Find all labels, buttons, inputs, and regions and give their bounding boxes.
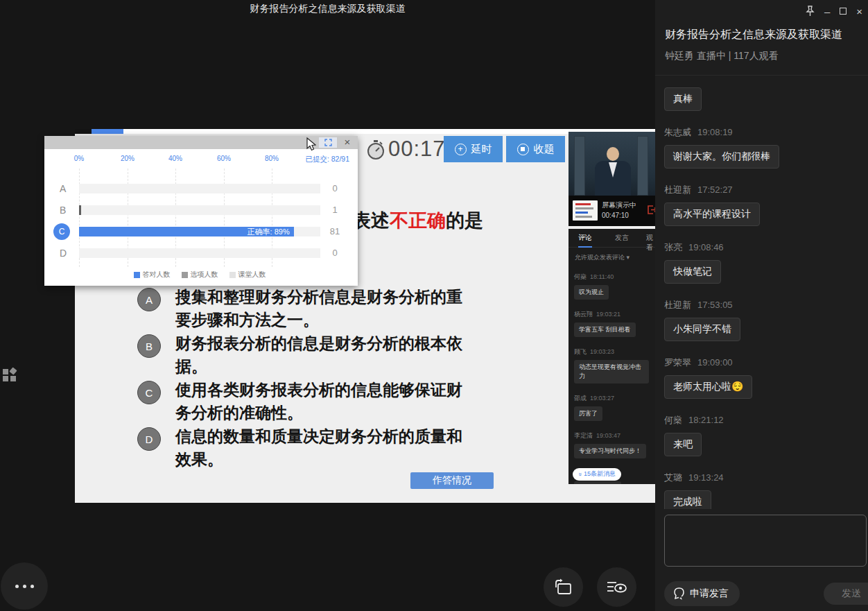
- sender-name: 杜迎新: [664, 300, 691, 310]
- presenter-name: 钟廷勇: [665, 50, 694, 61]
- row-label: A: [60, 184, 66, 193]
- screen-share-bar: 屏幕演示中 00:47:10: [568, 196, 655, 226]
- axis-tick: 60%: [217, 155, 231, 162]
- mouse-cursor-icon: [305, 137, 316, 153]
- option-b: B 财务报表分析的信息是财务分析的根本依据。: [137, 332, 478, 378]
- tab-watch[interactable]: 观看: [646, 233, 655, 252]
- poll-row-c: C 正确率: 89% 81: [44, 227, 358, 236]
- share-duration: 00:47:10: [602, 210, 636, 221]
- sender-name: 朱志威: [664, 127, 691, 137]
- progress-segment-dark: [75, 129, 92, 134]
- chart-legend: 答对人数 选项人数 课堂人数: [79, 270, 320, 279]
- option-b-badge: B: [137, 334, 161, 358]
- row-value: 0: [323, 248, 347, 258]
- legend-swatch: [229, 272, 236, 278]
- comment-item: 何燊18:11:40 叹为观止: [574, 269, 655, 300]
- poll-row-b: B 1: [44, 205, 358, 215]
- chevron-double-down-icon: »: [577, 472, 584, 476]
- delay-button[interactable]: + 延时: [444, 136, 503, 162]
- sent-time: 19:08:46: [688, 242, 724, 252]
- comment-bubble: 专业学习与时代同步！: [574, 444, 646, 458]
- chat-bubble: 快做笔记: [664, 260, 721, 284]
- pin-icon[interactable]: [806, 5, 815, 17]
- option-d: D 信息的数量和质量决定财务分析的质量和效果。: [137, 425, 478, 471]
- window-controls: – ×: [806, 5, 862, 17]
- comment-item: 杨云翔19:03:21 学富五车 刮目相看: [574, 307, 655, 337]
- comments-panel: 评论 发言 观看 允许观众发表评论 ▾ 何燊18:11:40 叹为观止 杨云翔1…: [568, 229, 655, 484]
- comment-bubble: 叹为观止: [574, 285, 609, 300]
- switch-screen-button[interactable]: [544, 567, 583, 607]
- option-c: C 使用各类财务报表分析的信息能够保证财务分析的准确性。: [137, 379, 478, 424]
- chat-bubble: 高水平的课程设计: [664, 203, 760, 226]
- row-value: 0: [323, 184, 347, 193]
- option-c-badge: C: [137, 381, 161, 404]
- plus-circle-icon: +: [455, 144, 467, 155]
- presenter-avatar: [607, 147, 619, 161]
- sent-time: 19:09:00: [697, 357, 733, 368]
- live-chat-panel: – × 财务报告分析之信息来源及获取渠道 钟廷勇 直播中 | 117人观看 真棒…: [655, 0, 868, 611]
- stream-title: 财务报告分析之信息来源及获取渠道: [665, 28, 842, 42]
- maximize-icon[interactable]: [840, 5, 847, 17]
- viewer-count: 117人观看: [734, 50, 778, 61]
- stopwatch-icon: [366, 139, 385, 161]
- chat-bubble: 来吧: [664, 433, 702, 456]
- chat-message-list[interactable]: 真棒 朱志威19:08:19 谢谢大家。你们都很棒 杜迎新17:52:27 高水…: [664, 83, 860, 509]
- minimize-icon[interactable]: –: [824, 5, 830, 17]
- new-messages-badge[interactable]: » 15条新消息: [573, 468, 621, 481]
- chat-bubble: 谢谢大家。你们都很棒: [664, 145, 779, 169]
- chat-message: 朱志威19:08:19 谢谢大家。你们都很棒: [664, 126, 860, 169]
- axis-tick: 0%: [74, 155, 84, 162]
- option-a-badge: A: [137, 288, 161, 311]
- legend-swatch: [182, 272, 188, 278]
- app-window: 财务报告分析之信息来源及获取渠道 00:17 + 延时 收题 表述不正确的是 A…: [0, 0, 868, 611]
- share-status: 屏幕演示中: [602, 200, 636, 210]
- send-button[interactable]: 发送: [824, 583, 868, 605]
- option-a: A 搜集和整理财务分析信息是财务分析的重要步骤和方法之一。: [137, 286, 478, 332]
- legend-swatch: [134, 272, 140, 278]
- divider: [655, 75, 868, 76]
- presentation-title: 财务报告分析之信息来源及获取渠道: [0, 3, 655, 15]
- stream-subtitle: 钟廷勇 直播中 | 117人观看: [665, 50, 779, 62]
- apps-grid-icon[interactable]: [3, 368, 17, 381]
- request-speak-button[interactable]: 申请发言: [664, 581, 740, 606]
- comment-bubble: 动态呈现更有视觉冲击力: [574, 360, 649, 384]
- axis-tick: 40%: [168, 155, 182, 162]
- chat-bubble: 老师太用心啦😌: [664, 375, 752, 399]
- chat-bubble: 小朱同学不错: [664, 318, 740, 341]
- tab-speak[interactable]: 发言: [615, 233, 629, 243]
- comment-item: 李定清19:03:47 专业学习与时代同步！: [574, 428, 655, 458]
- option-d-text: 信息的数量和质量决定财务分析的质量和效果。: [175, 425, 478, 471]
- tab-comments[interactable]: 评论: [578, 233, 592, 243]
- poll-row-d: D 0: [44, 248, 358, 258]
- poll-result-window: × 0% 20% 40% 60% 80% 已提交: 82/91 A 0 B 1: [44, 136, 358, 286]
- sender-name: 艾璐: [664, 472, 682, 483]
- switch-screen-icon: [553, 578, 574, 597]
- chat-message: 罗荣翠19:09:00 老师太用心啦😌: [664, 356, 860, 399]
- sent-time: 19:08:19: [697, 127, 733, 137]
- share-thumbnail[interactable]: [573, 200, 598, 221]
- collect-answers-button[interactable]: 收题: [506, 136, 565, 162]
- answer-status-button[interactable]: 作答情况: [410, 472, 494, 489]
- sent-time: 17:53:05: [697, 300, 733, 310]
- view-mode-button[interactable]: [597, 567, 636, 607]
- quiz-timer: 00:17: [388, 137, 446, 162]
- close-icon[interactable]: ×: [341, 136, 354, 148]
- chat-message: 杜迎新17:53:05 小朱同学不错: [664, 299, 860, 341]
- comment-permission[interactable]: 允许观众发表评论 ▾: [575, 253, 655, 262]
- close-icon[interactable]: ×: [856, 5, 862, 17]
- fullscreen-icon[interactable]: [319, 137, 337, 148]
- sender-name: 张亮: [664, 242, 682, 252]
- correct-row-badge: C: [53, 223, 70, 240]
- row-label: D: [60, 248, 67, 258]
- comment-bubble: 一来就抽刺激: [574, 481, 621, 484]
- background-decor: [574, 136, 585, 196]
- poll-chart: 0% 20% 40% 60% 80% 已提交: 82/91 A 0 B 1 C: [44, 149, 358, 286]
- chat-input[interactable]: [664, 515, 867, 567]
- sender-name: 何燊: [664, 415, 682, 425]
- more-options-button[interactable]: [1, 562, 48, 610]
- axis-tick: 80%: [265, 155, 279, 162]
- live-status: 直播中: [697, 50, 726, 61]
- row-label: B: [60, 205, 66, 215]
- presenter-video[interactable]: [568, 132, 655, 196]
- bar-fill: 正确率: 89%: [79, 227, 294, 236]
